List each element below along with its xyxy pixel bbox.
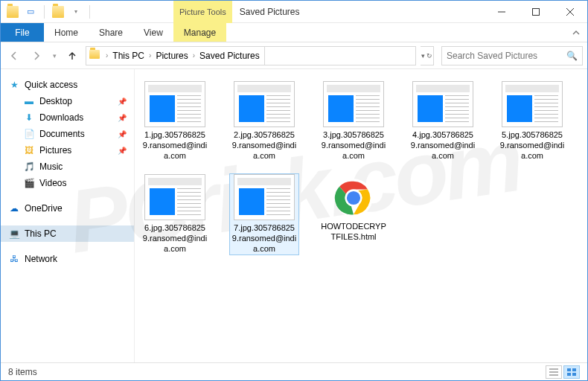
sidebar-item-music[interactable]: 🎵Music [1,159,134,175]
window-controls [485,1,587,23]
tab-manage[interactable]: Manage [173,23,226,42]
sidebar-quick-access[interactable]: ★ Quick access [1,77,134,93]
up-button[interactable] [63,47,81,65]
svg-rect-7 [567,368,571,371]
chevron-right-icon[interactable]: › [146,51,154,60]
pc-icon: 💻 [8,228,20,240]
search-icon[interactable]: 🔍 [566,51,578,61]
chevron-right-icon[interactable]: › [103,51,111,60]
details-view-button[interactable] [546,365,562,379]
search-input[interactable] [447,51,566,61]
ribbon-collapse-icon[interactable] [565,23,587,42]
separator [89,5,90,19]
svg-rect-9 [567,373,571,376]
pin-icon: 📌 [118,147,127,155]
refresh-button[interactable] [264,47,271,65]
svg-point-6 [347,191,360,205]
ribbon: File Home Share View Manage [1,23,587,42]
pin-icon: 📌 [118,114,127,122]
downloads-icon: ⬇ [23,112,35,124]
svg-rect-1 [533,8,540,15]
chrome-icon [333,177,374,219]
file-list[interactable]: 1.jpg.3057868259.ransomed@india.com2.jpg… [135,69,587,362]
folder-icon [5,4,20,19]
file-name: 3.jpg.3057868259.ransomed@india.com [319,130,388,161]
forward-button[interactable] [28,47,45,65]
nav-bar: ▾ › This PC › Pictures › Saved Pictures … [1,42,587,69]
star-icon: ★ [8,79,20,91]
tab-view[interactable]: View [133,23,173,42]
svg-rect-10 [572,373,576,376]
quick-access-toolbar: ▭ ▾ [1,4,93,19]
videos-icon: 🎬 [23,177,35,189]
separator [44,5,45,19]
file-name: 5.jpg.3057868259.ransomed@india.com [498,130,566,161]
file-thumbnail [502,81,563,127]
folder-icon [51,4,65,19]
file-thumbnail [234,81,295,127]
tab-share[interactable]: Share [89,23,133,42]
svg-rect-8 [572,368,576,371]
nav-pane: ★ Quick access ▬Desktop📌 ⬇Downloads📌 📄Do… [1,69,135,362]
folder-icon [89,50,101,62]
contextual-tab-group: Picture Tools [173,1,232,23]
file-thumbnail [412,81,473,127]
view-switcher [546,365,580,379]
documents-icon: 📄 [23,128,35,140]
sidebar-onedrive[interactable]: ☁OneDrive [1,200,134,217]
sidebar-item-documents[interactable]: 📄Documents📌 [1,126,134,142]
item-count: 8 items [8,367,37,377]
desktop-icon: ▬ [23,95,35,107]
window-title: Saved Pictures [232,7,300,17]
file-name: 7.jpg.3057868259.ransomed@india.com [230,223,298,254]
file-item[interactable]: HOWTODECRYPTFILES.html [319,174,388,254]
file-item[interactable]: 7.jpg.3057868259.ransomed@india.com [230,174,298,254]
file-name: 1.jpg.3057868259.ransomed@india.com [141,130,209,161]
chevron-right-icon[interactable]: › [190,51,198,60]
status-bar: 8 items [1,362,587,380]
back-button[interactable] [5,47,23,65]
sidebar-label: Quick access [25,80,77,90]
file-thumbnail [323,81,384,127]
sidebar-item-downloads[interactable]: ⬇Downloads📌 [1,109,134,126]
address-bar[interactable]: › This PC › Pictures › Saved Pictures [86,46,416,65]
file-item[interactable]: 4.jpg.3057868259.ransomed@india.com [409,81,477,161]
file-thumbnail [234,174,295,220]
file-name: 6.jpg.3057868259.ransomed@india.com [141,223,209,254]
sidebar-item-videos[interactable]: 🎬Videos [1,175,134,191]
file-item[interactable]: 2.jpg.3057868259.ransomed@india.com [230,81,298,161]
file-item[interactable]: 3.jpg.3057868259.ransomed@india.com [319,81,388,161]
file-item[interactable]: 6.jpg.3057868259.ransomed@india.com [141,174,209,254]
file-tab[interactable]: File [1,23,44,42]
sidebar-item-desktop[interactable]: ▬Desktop📌 [1,93,134,109]
cloud-icon: ☁ [8,202,20,214]
minimize-button[interactable] [485,1,519,23]
search-box[interactable]: 🔍 [441,46,583,65]
file-name: 2.jpg.3057868259.ransomed@india.com [230,130,298,161]
file-thumbnail [144,81,205,127]
maximize-button[interactable] [519,1,553,23]
title-bar: ▭ ▾ Picture Tools Saved Pictures [1,1,587,23]
file-thumbnail [144,174,205,220]
file-name: 4.jpg.3057868259.ransomed@india.com [409,130,477,161]
sidebar-network[interactable]: 🖧Network [1,251,134,267]
file-item[interactable]: 1.jpg.3057868259.ransomed@india.com [141,81,209,161]
close-button[interactable] [553,1,587,23]
pin-icon: 📌 [118,130,127,138]
sidebar-item-pictures[interactable]: 🖼Pictures📌 [1,142,134,159]
address-history-dropdown[interactable]: ▾ ↻ [421,46,434,65]
network-icon: 🖧 [8,253,20,265]
sidebar-this-pc[interactable]: 💻This PC [1,225,134,242]
recent-dropdown-icon[interactable]: ▾ [50,47,59,65]
music-icon: 🎵 [23,161,35,173]
file-item[interactable]: 5.jpg.3057868259.ransomed@india.com [498,81,566,161]
pin-icon: 📌 [118,97,127,106]
breadcrumb-segment[interactable]: Pictures [156,51,188,61]
qat-dropdown-icon[interactable]: ▾ [68,4,83,19]
file-name: HOWTODECRYPTFILES.html [319,222,388,243]
breadcrumb-segment[interactable]: Saved Pictures [199,51,260,61]
tab-home[interactable]: Home [44,23,89,42]
breadcrumb-segment[interactable]: This PC [112,51,144,61]
thumbnails-view-button[interactable] [563,365,580,379]
properties-icon[interactable]: ▭ [23,4,38,19]
